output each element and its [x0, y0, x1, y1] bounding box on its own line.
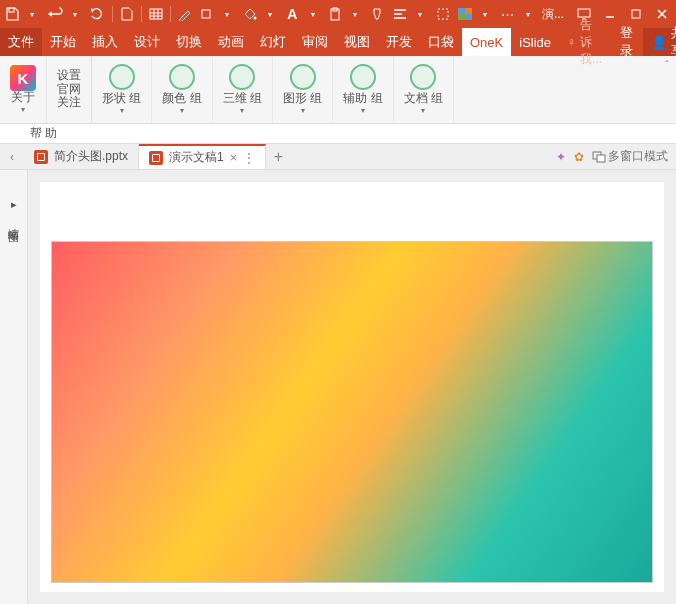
- magic-icon[interactable]: ✦: [556, 150, 566, 164]
- close-icon[interactable]: [652, 4, 672, 24]
- multiwindow-label: 多窗口模式: [608, 148, 668, 165]
- tab-home[interactable]: 开始: [42, 28, 84, 56]
- login-button[interactable]: 登录: [610, 28, 643, 56]
- share-icon: 👤: [651, 35, 667, 50]
- document-tabs: ‹ 简介头图.pptx 演示文稿1 × ⋮ + ✦ ✿ 多窗口模式: [0, 144, 676, 170]
- font-icon[interactable]: A: [284, 4, 300, 24]
- dropdown-icon[interactable]: ▾: [477, 4, 493, 24]
- tab-insert[interactable]: 插入: [84, 28, 126, 56]
- tab-design[interactable]: 设计: [126, 28, 168, 56]
- svg-point-3: [253, 17, 256, 20]
- doc-tab-name: 简介头图.pptx: [54, 148, 128, 165]
- minimize-icon[interactable]: [600, 4, 620, 24]
- ribbon-group-3d[interactable]: 三维 组▾: [213, 56, 273, 123]
- doc-tab-name: 演示文稿1: [169, 149, 224, 166]
- help-label[interactable]: 帮 助: [30, 125, 57, 142]
- circle-icon: [169, 64, 195, 90]
- svg-rect-9: [458, 14, 465, 20]
- group-label: 颜色 组: [162, 92, 201, 106]
- group-label: 图形 组: [283, 92, 322, 106]
- tab-onekey[interactable]: OneK: [462, 28, 511, 56]
- save-icon[interactable]: [4, 4, 20, 24]
- tab-transition[interactable]: 切换: [168, 28, 210, 56]
- expand-panel-icon[interactable]: ▸: [11, 198, 17, 211]
- dropdown-icon[interactable]: ▾: [520, 4, 536, 24]
- tell-me-search[interactable]: ♀ 告诉我...: [559, 28, 610, 56]
- ribbon-group-shape[interactable]: 形状 组▾: [92, 56, 152, 123]
- fill-icon[interactable]: [242, 4, 258, 24]
- dropdown-icon[interactable]: ▾: [262, 4, 278, 24]
- svg-rect-8: [465, 8, 472, 14]
- table-icon[interactable]: [148, 4, 164, 24]
- dropdown-icon[interactable]: ▾: [219, 4, 235, 24]
- tab-pocket[interactable]: 口袋: [420, 28, 462, 56]
- svg-rect-13: [597, 155, 605, 162]
- thumbnail-label[interactable]: 缩略图: [6, 219, 21, 225]
- svg-rect-6: [438, 9, 448, 19]
- app-title: 演...: [542, 6, 564, 23]
- tab-file[interactable]: 文件: [0, 28, 42, 56]
- chevron-down-icon: ▾: [301, 106, 305, 115]
- ribbon-group-graphic[interactable]: 图形 组▾: [273, 56, 333, 123]
- windows-icon: [592, 151, 606, 163]
- tab-menu-icon[interactable]: ⋮: [243, 151, 255, 165]
- format-painter-icon[interactable]: [369, 4, 385, 24]
- tab-developer[interactable]: 开发: [378, 28, 420, 56]
- ribbon-settings[interactable]: 设置 官网 关注: [47, 56, 92, 123]
- shape-icon[interactable]: [199, 4, 215, 24]
- dropdown-icon[interactable]: ▾: [412, 4, 428, 24]
- multiwindow-button[interactable]: 多窗口模式: [592, 148, 668, 165]
- share-label: 共享: [671, 24, 676, 60]
- ribbon-about[interactable]: K 关于▾: [0, 56, 47, 123]
- undo-icon[interactable]: [47, 4, 63, 24]
- chevron-down-icon: ▾: [240, 106, 244, 115]
- tab-islide[interactable]: iSlide: [511, 28, 559, 56]
- quick-access-toolbar: ▾ ▾ ▾ ▾ A▾ ▾ ▾ ▾ ⋯ ▾ 演...: [0, 0, 676, 28]
- more-icon[interactable]: ⋯: [499, 4, 515, 24]
- menu-tabs: 文件 开始 插入 设计 切换 动画 幻灯 审阅 视图 开发 口袋 OneK iS…: [0, 28, 676, 56]
- paste-icon[interactable]: [327, 4, 343, 24]
- doc-tab[interactable]: 简介头图.pptx: [24, 144, 139, 169]
- help-row: 帮 助: [0, 124, 676, 144]
- new-doc-icon[interactable]: [118, 4, 134, 24]
- close-tab-icon[interactable]: ×: [230, 150, 238, 165]
- tab-view[interactable]: 视图: [336, 28, 378, 56]
- chevron-down-icon: ▾: [180, 106, 184, 115]
- dropdown-icon[interactable]: ▾: [24, 4, 40, 24]
- editor-stage: ▸ 缩略图: [0, 170, 676, 604]
- share-button[interactable]: 👤 共享 ▸: [643, 28, 676, 56]
- chevron-down-icon: ▾: [361, 106, 365, 115]
- tab-review[interactable]: 审阅: [294, 28, 336, 56]
- slide-content[interactable]: [52, 242, 652, 582]
- tab-slideshow[interactable]: 幻灯: [252, 28, 294, 56]
- pptx-icon: [34, 150, 48, 164]
- dropdown-icon[interactable]: ▾: [347, 4, 363, 24]
- gear-icon[interactable]: ✿: [574, 150, 584, 164]
- redo-icon[interactable]: [89, 4, 105, 24]
- add-tab-button[interactable]: +: [266, 144, 290, 169]
- slide-canvas[interactable]: [40, 182, 664, 592]
- thumbnail-panel-collapsed: ▸ 缩略图: [0, 170, 28, 604]
- pen-icon[interactable]: [177, 4, 193, 24]
- doc-tab[interactable]: 演示文稿1 × ⋮: [139, 144, 266, 169]
- ribbon-group-assist[interactable]: 辅助 组▾: [333, 56, 393, 123]
- chevron-down-icon: ▾: [421, 106, 425, 115]
- align-icon[interactable]: [392, 4, 408, 24]
- collapse-ribbon-icon[interactable]: ˆ: [658, 56, 676, 123]
- pptx-icon: [149, 151, 163, 165]
- color-swatch-icon[interactable]: [457, 4, 473, 24]
- chevron-left-icon[interactable]: ‹: [0, 144, 24, 169]
- tell-me-label: 告诉我...: [580, 17, 602, 68]
- circle-icon: [109, 64, 135, 90]
- chevron-down-icon: ▾: [120, 106, 124, 115]
- maximize-icon[interactable]: [626, 4, 646, 24]
- chevron-down-icon: ▾: [21, 105, 25, 114]
- ribbon-group-doc[interactable]: 文档 组▾: [394, 56, 454, 123]
- dropdown-icon[interactable]: ▾: [67, 4, 83, 24]
- ribbon-group-color[interactable]: 颜色 组▾: [152, 56, 212, 123]
- tab-animation[interactable]: 动画: [210, 28, 252, 56]
- crop-icon[interactable]: [434, 4, 450, 24]
- addin-logo-icon: K: [10, 65, 36, 91]
- dropdown-icon[interactable]: ▾: [305, 4, 321, 24]
- circle-icon: [290, 64, 316, 90]
